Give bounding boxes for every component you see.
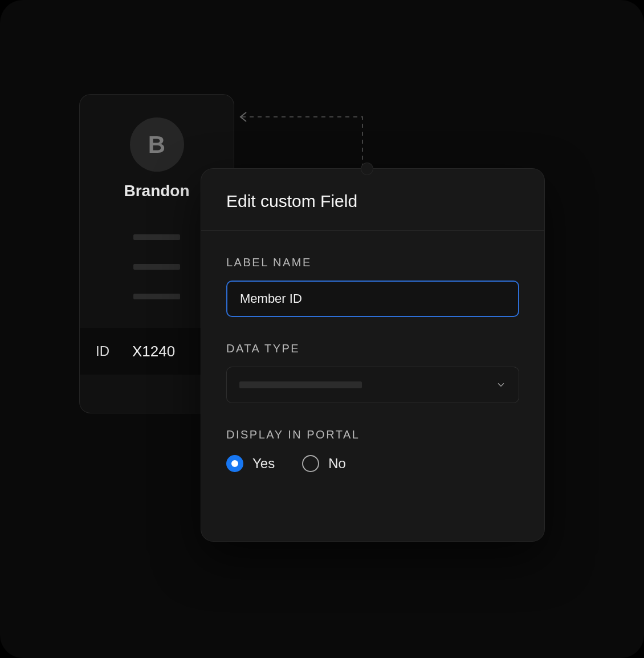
placeholder-line [133, 264, 180, 270]
data-type-label: DATA TYPE [226, 342, 519, 355]
placeholder-line [133, 294, 180, 299]
modal-title: Edit custom Field [201, 169, 544, 231]
select-placeholder [239, 381, 362, 388]
radio-icon [226, 455, 243, 472]
id-label: ID [96, 343, 109, 359]
modal-anchor-dot [361, 163, 373, 175]
connector-line [238, 112, 365, 169]
avatar: B [130, 117, 184, 172]
display-in-portal-radio-group: Yes No [226, 455, 519, 472]
avatar-initial: B [148, 131, 165, 159]
radio-label-no: No [328, 456, 346, 472]
app-frame: B Brandon ID X1240 Edit custom Field LAB… [0, 0, 644, 658]
label-name-input[interactable] [226, 281, 519, 317]
data-type-select[interactable] [226, 367, 519, 403]
radio-option-yes[interactable]: Yes [226, 455, 275, 472]
modal-body: LABEL NAME DATA TYPE DISPLAY IN PORTAL Y… [201, 231, 544, 497]
display-in-portal-label: DISPLAY IN PORTAL [226, 428, 519, 441]
edit-custom-field-modal: Edit custom Field LABEL NAME DATA TYPE D… [201, 168, 545, 542]
radio-dot-icon [231, 460, 238, 467]
chevron-down-icon [496, 380, 506, 390]
radio-option-no[interactable]: No [302, 455, 346, 472]
id-value: X1240 [132, 343, 175, 360]
label-name-label: LABEL NAME [226, 256, 519, 269]
placeholder-line [133, 234, 180, 240]
radio-icon [302, 455, 319, 472]
radio-label-yes: Yes [252, 456, 275, 472]
